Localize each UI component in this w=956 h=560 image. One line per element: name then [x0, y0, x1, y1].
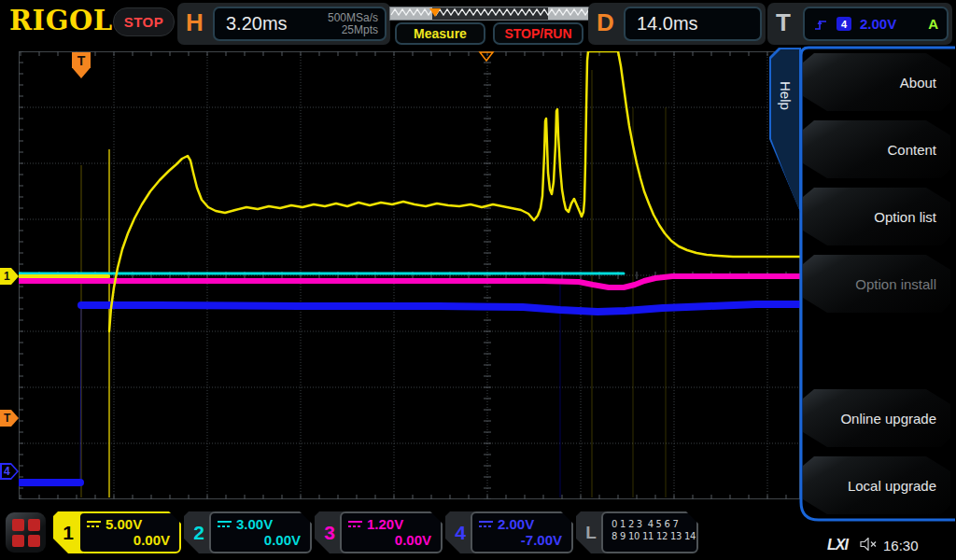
horizontal-position-bar[interactable]: [389, 7, 614, 21]
channel-1-scale: 5.00V: [105, 516, 142, 532]
ch4-level-marker[interactable]: 4: [0, 463, 19, 480]
horizontal-block[interactable]: H 3.20ms 500MSa/s 25Mpts: [177, 3, 390, 45]
logic-digits-row2: 8 9 10 11 12 13 14 15: [612, 530, 696, 542]
trigger-level-value: 2.00V: [860, 16, 896, 32]
horizontal-center-marker-icon: [480, 52, 493, 61]
ch1-level-marker[interactable]: 1: [0, 268, 19, 285]
horizontal-readout: 3.20ms 500MSa/s 25Mpts: [213, 7, 387, 41]
channel-4-scale: 2.00V: [498, 516, 534, 532]
waveform-display: [19, 51, 800, 499]
trace-ch3: [19, 276, 800, 287]
channel-4-offset: -7.00V: [472, 532, 571, 548]
trace-ch4: [81, 304, 800, 312]
delay-label: D: [597, 8, 614, 37]
trigger-readout: 4 2.00V A: [803, 7, 949, 41]
dc-coupling-icon: [218, 520, 232, 528]
measure-button[interactable]: Measure: [395, 22, 485, 45]
trigger-sweep-mode: A: [928, 16, 938, 32]
logic-channels-box[interactable]: L 0 1 2 3 4 5 6 7 8 9 10 11 12 13 14 15: [576, 511, 698, 553]
memory-depth: 25Mpts: [328, 24, 378, 36]
channel-2-scale: 3.00V: [236, 516, 273, 532]
menu-local-upgrade[interactable]: Local upgrade: [803, 456, 950, 514]
trace-ch1: [109, 51, 800, 331]
dc-coupling-icon: [348, 520, 362, 528]
trigger-label: T: [776, 8, 791, 37]
menu-content[interactable]: Content: [803, 120, 950, 178]
stop-run-button[interactable]: STOP/RUN: [493, 22, 583, 45]
channel-1-offset: 0.00V: [80, 532, 179, 548]
oscilloscope-screen: RIGOL STOP H 3.20ms 500MSa/s 25Mpts Meas…: [0, 0, 956, 560]
help-tab-label: Help: [778, 81, 794, 110]
logic-digits-row1: 0 1 2 3 4 5 6 7: [612, 518, 696, 530]
menu-option-install: Option install: [803, 255, 950, 313]
channel-3-box[interactable]: 3 1.20V 0.00V: [315, 511, 443, 553]
delay-readout: 14.0ms: [624, 7, 762, 41]
delay-block[interactable]: D 14.0ms: [588, 3, 766, 45]
dc-coupling-icon: [479, 520, 493, 528]
delay-value: 14.0ms: [637, 13, 698, 35]
channel-1-box[interactable]: 1 5.00V 0.00V: [53, 511, 181, 553]
position-bar-window-left: [390, 7, 432, 20]
menu-online-upgrade[interactable]: Online upgrade: [803, 389, 950, 447]
trigger-source-badge: 4: [836, 17, 851, 31]
horizontal-label: H: [186, 8, 204, 37]
timebase-value: 3.20ms: [226, 13, 288, 35]
channel-3-offset: 0.00V: [342, 532, 441, 548]
trigger-edge-icon: [813, 17, 828, 32]
channel-3-scale: 1.20V: [367, 516, 403, 532]
channel-2-box[interactable]: 2 3.00V 0.00V: [184, 511, 312, 553]
brand-logo: RIGOL: [9, 5, 113, 36]
menu-grid-button[interactable]: [6, 512, 46, 553]
sample-rate: 500MSa/s: [328, 12, 378, 24]
trigger-block[interactable]: T 4 2.00V A: [767, 3, 952, 45]
help-menu-panel: Help About Content Option list Option in…: [766, 45, 956, 560]
menu-about[interactable]: About: [803, 53, 950, 111]
dc-coupling-icon: [87, 520, 101, 528]
top-bar: RIGOL STOP H 3.20ms 500MSa/s 25Mpts Meas…: [0, 0, 956, 47]
menu-option-list[interactable]: Option list: [803, 188, 950, 245]
channel-2-offset: 0.00V: [211, 532, 310, 548]
run-state-badge: STOP: [113, 7, 175, 36]
channel-4-box[interactable]: 4 2.00V -7.00V: [445, 511, 573, 553]
trigger-level-marker[interactable]: T: [0, 410, 19, 427]
